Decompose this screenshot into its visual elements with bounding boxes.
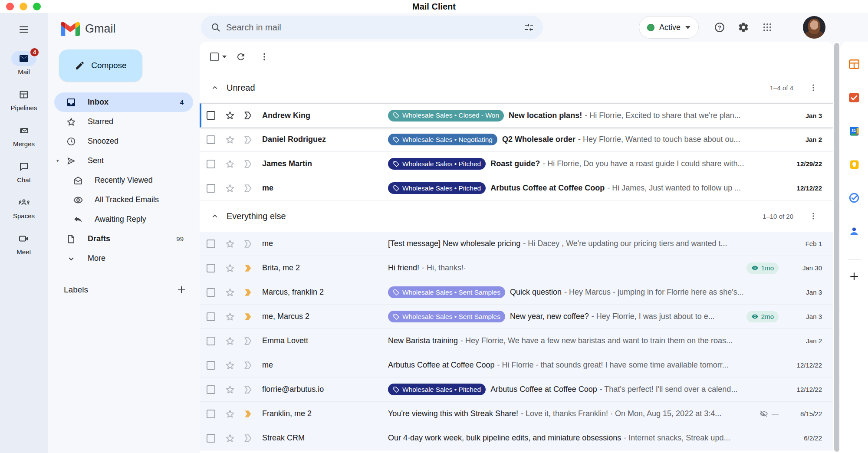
email-row[interactable]: me Arbutus Coffee at Coffee Coop - Hi Fl… (200, 353, 833, 378)
chevron-up-icon[interactable] (210, 83, 220, 92)
email-checkbox[interactable] (207, 434, 215, 443)
sidebar-item-recently-viewed[interactable]: Recently Viewed (48, 171, 193, 190)
sidebar-item-all-tracked-emails[interactable]: All Tracked Emails (48, 190, 193, 210)
email-row[interactable]: florrie@arbutus.io Wholesale Sales • Pit… (200, 378, 833, 402)
email-checkbox[interactable] (207, 288, 215, 297)
star-icon[interactable] (225, 239, 243, 249)
avatar[interactable] (803, 16, 825, 39)
streak-box-icon[interactable] (243, 135, 262, 144)
streak-box-icon[interactable] (243, 184, 262, 193)
streak-box-icon[interactable] (243, 159, 262, 169)
gear-icon[interactable] (733, 17, 754, 38)
star-icon[interactable] (225, 312, 243, 322)
chevron-up-icon[interactable] (210, 211, 220, 221)
streak-status-dropdown[interactable]: Active (639, 16, 699, 39)
pipeline-stage-badge[interactable]: Wholesale Sales • Sent Samples (388, 311, 505, 322)
pipeline-stage-badge[interactable]: Wholesale Sales • Pitched (388, 384, 486, 395)
email-row[interactable]: me [Test message] New wholesale pricing … (200, 232, 833, 256)
select-all-checkbox[interactable] (210, 53, 219, 61)
email-row[interactable]: me, Marcus 2 Wholesale Sales • Sent Samp… (200, 305, 833, 329)
pipeline-stage-badge[interactable]: Wholesale Sales • Pitched (388, 158, 486, 170)
streak-box-icon[interactable] (243, 433, 262, 443)
streak-box-icon[interactable] (243, 409, 262, 419)
star-icon[interactable] (225, 433, 243, 443)
star-icon[interactable] (225, 336, 243, 346)
section-kebab-icon[interactable] (805, 79, 822, 96)
streak-box-icon[interactable] (243, 361, 262, 370)
streak-box-icon[interactable] (243, 111, 262, 120)
rail-item-pipelines[interactable]: Pipelines (11, 87, 37, 112)
star-icon[interactable] (225, 287, 243, 298)
streak-box-icon[interactable] (243, 336, 262, 346)
streak-box-icon[interactable] (243, 239, 262, 249)
email-row[interactable]: Marcus, franklin 2 Wholesale Sales • Sen… (200, 280, 833, 305)
star-icon[interactable] (225, 159, 243, 169)
help-icon[interactable]: ? (709, 17, 730, 38)
sidebar-item-inbox[interactable]: Inbox 4 (54, 92, 193, 112)
email-checkbox[interactable] (207, 135, 215, 144)
minimize-window-icon[interactable] (20, 3, 27, 10)
email-checkbox[interactable] (207, 264, 215, 272)
email-row[interactable]: Andrew King Wholesale Sales • Closed - W… (200, 103, 833, 128)
star-icon[interactable] (225, 263, 243, 273)
pipeline-stage-badge[interactable]: Wholesale Sales • Pitched (388, 182, 486, 194)
pipeline-stage-badge[interactable]: Wholesale Sales • Negotiating (388, 134, 497, 145)
sidebar-item-awaiting-reply[interactable]: Awaiting Reply (48, 210, 193, 229)
sidebar-item-starred[interactable]: Starred (48, 112, 193, 131)
email-row[interactable]: me Wholesale Sales • Pitched Arbutus Cof… (200, 176, 833, 200)
compose-button[interactable]: Compose (59, 49, 142, 82)
main-menu-icon[interactable] (13, 19, 34, 40)
rail-item-spaces[interactable]: Spaces (11, 195, 36, 220)
streak-box-icon[interactable] (243, 288, 262, 297)
email-checkbox[interactable] (207, 361, 215, 370)
zoom-window-icon[interactable] (33, 3, 41, 10)
close-window-icon[interactable] (6, 3, 14, 10)
email-row[interactable]: Daniel Rodriguez Wholesale Sales • Negot… (200, 128, 833, 152)
plus-icon[interactable] (848, 271, 860, 282)
email-row[interactable]: Brita, me 2 Hi friend! - Hi, thanks!· 1m… (200, 256, 833, 280)
streak-mail-check-icon[interactable] (848, 92, 860, 103)
email-checkbox[interactable] (207, 337, 215, 345)
section-kebab-icon[interactable] (805, 207, 822, 225)
sidebar-item-more[interactable]: More (48, 249, 193, 268)
sidebar-item-snoozed[interactable]: Snoozed (48, 131, 193, 151)
refresh-icon[interactable] (232, 48, 250, 66)
email-checkbox[interactable] (207, 385, 215, 394)
list-scrollbar[interactable] (833, 42, 840, 453)
star-icon[interactable] (225, 110, 243, 121)
star-icon[interactable] (225, 183, 243, 194)
email-row[interactable]: Streak CRM Our 4-day work week, bulk pip… (200, 426, 833, 450)
contacts-icon[interactable] (848, 226, 860, 237)
streak-box-icon[interactable] (243, 385, 262, 394)
streak-box-icon[interactable] (243, 312, 262, 322)
email-row[interactable]: Franklin, me 2 You're viewing this with … (200, 402, 833, 426)
rail-item-chat[interactable]: Chat (11, 159, 36, 184)
email-row[interactable]: James Martin Wholesale Sales • Pitched R… (200, 152, 833, 176)
star-icon[interactable] (225, 360, 243, 371)
calendar-icon[interactable]: 31 (848, 125, 860, 137)
rail-item-mail[interactable]: 4 Mail (11, 51, 36, 76)
add-label-plus-icon[interactable] (175, 284, 187, 296)
scrollbar-thumb[interactable] (834, 43, 839, 452)
tasks-icon[interactable] (848, 192, 860, 204)
email-checkbox[interactable] (207, 111, 215, 120)
email-row[interactable]: Emma Lovett New Barista training - Hey F… (200, 329, 833, 353)
email-checkbox[interactable] (207, 312, 215, 321)
star-icon[interactable] (225, 135, 243, 145)
apps-grid-icon[interactable] (757, 17, 778, 38)
star-icon[interactable] (225, 384, 243, 395)
email-checkbox[interactable] (207, 410, 215, 418)
streak-box-icon[interactable] (243, 263, 262, 273)
search-icon[interactable] (206, 18, 225, 37)
email-checkbox[interactable] (207, 160, 215, 168)
email-checkbox[interactable] (207, 184, 215, 193)
more-options-kebab-icon[interactable] (255, 48, 273, 66)
select-caret-icon[interactable] (222, 56, 227, 58)
pipeline-stage-badge[interactable]: Wholesale Sales • Closed - Won (388, 110, 504, 121)
email-checkbox[interactable] (207, 240, 215, 248)
rail-item-meet[interactable]: Meet (11, 231, 36, 256)
search-input[interactable] (225, 22, 519, 33)
tune-filters-icon[interactable] (519, 18, 539, 37)
rail-item-merges[interactable]: Merges (11, 123, 36, 148)
sidebar-item-sent[interactable]: ▾ Sent (48, 151, 193, 171)
